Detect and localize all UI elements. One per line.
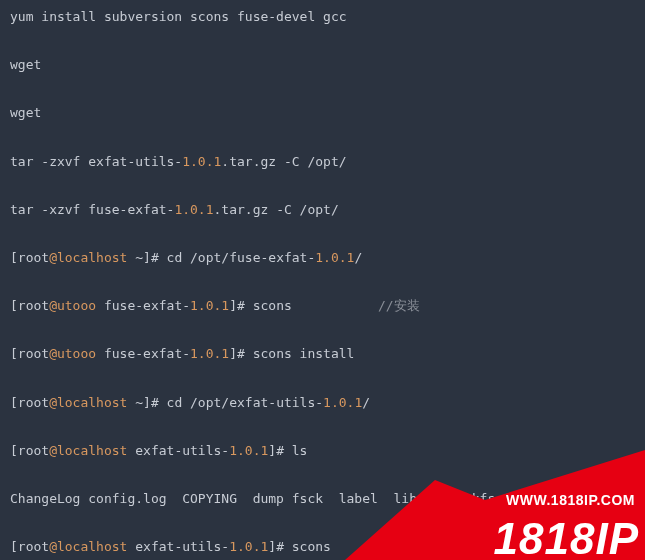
terminal-line: ChangeLog config.log COPYING dump fsck l…: [10, 490, 635, 508]
text-segment: ]# scons: [229, 298, 378, 313]
terminal-output: yum install subversion scons fuse-devel …: [0, 0, 645, 560]
text-segment: 1.0.1: [174, 202, 213, 217]
terminal-line: [root@utooo fuse-exfat-1.0.1]# scons ins…: [10, 345, 635, 363]
terminal-line: yum install subversion scons fuse-devel …: [10, 8, 635, 26]
text-segment: @localhost: [49, 539, 127, 554]
text-segment: [: [10, 298, 18, 313]
text-segment: /: [354, 250, 362, 265]
text-segment: //安装: [378, 298, 420, 313]
text-segment: @localhost: [49, 395, 127, 410]
text-segment: root: [18, 539, 49, 554]
text-segment: root: [18, 443, 49, 458]
text-segment: @utooo: [49, 298, 96, 313]
text-segment: 1.0.1: [315, 250, 354, 265]
text-segment: [: [10, 250, 18, 265]
text-segment: [: [10, 395, 18, 410]
text-segment: exfat-utils-: [127, 443, 229, 458]
text-segment: tar -zxvf exfat-utils-: [10, 154, 182, 169]
text-segment: 1.0.1: [323, 395, 362, 410]
terminal-line: tar -xzvf fuse-exfat-1.0.1.tar.gz -C /op…: [10, 201, 635, 219]
text-segment: ]# ls: [268, 443, 307, 458]
terminal-line: [root@localhost exfat-utils-1.0.1]# ls: [10, 442, 635, 460]
text-segment: [: [10, 539, 18, 554]
text-segment: @utooo: [49, 346, 96, 361]
terminal-line: tar -zxvf exfat-utils-1.0.1.tar.gz -C /o…: [10, 153, 635, 171]
text-segment: wget: [10, 105, 41, 120]
terminal-line: [root@utooo fuse-exfat-1.0.1]# scons //安…: [10, 297, 635, 315]
text-segment: fuse-exfat-: [96, 346, 190, 361]
text-segment: [: [10, 346, 18, 361]
text-segment: yum install subversion scons fuse-devel …: [10, 9, 347, 24]
text-segment: root: [18, 250, 49, 265]
text-segment: root: [18, 298, 49, 313]
text-segment: 1.0.1: [182, 154, 221, 169]
text-segment: .tar.gz -C /opt/: [214, 202, 339, 217]
text-segment: ~]# cd /opt/exfat-utils-: [127, 395, 323, 410]
text-segment: 1.0.1: [190, 346, 229, 361]
text-segment: tar -xzvf fuse-exfat-: [10, 202, 174, 217]
text-segment: 1.0.1: [190, 298, 229, 313]
text-segment: .tar.gz -C /opt/: [221, 154, 346, 169]
text-segment: ]# scons: [268, 539, 331, 554]
text-segment: root: [18, 395, 49, 410]
text-segment: @localhost: [49, 250, 127, 265]
text-segment: wget: [10, 57, 41, 72]
text-segment: @localhost: [49, 443, 127, 458]
terminal-line: wget: [10, 56, 635, 74]
text-segment: /: [362, 395, 370, 410]
text-segment: ~]# cd /opt/fuse-exfat-: [127, 250, 315, 265]
text-segment: fuse-exfat-: [96, 298, 190, 313]
text-segment: 1.0.1: [229, 539, 268, 554]
terminal-line: [root@localhost ~]# cd /opt/exfat-utils-…: [10, 394, 635, 412]
text-segment: 1.0.1: [229, 443, 268, 458]
text-segment: ChangeLog config.log COPYING dump fsck l…: [10, 491, 589, 506]
text-segment: [: [10, 443, 18, 458]
text-segment: exfat-utils-: [127, 539, 229, 554]
text-segment: ]# scons install: [229, 346, 354, 361]
text-segment: root: [18, 346, 49, 361]
terminal-line: [root@localhost ~]# cd /opt/fuse-exfat-1…: [10, 249, 635, 267]
terminal-line: wget: [10, 104, 635, 122]
terminal-line: [root@localhost exfat-utils-1.0.1]# scon…: [10, 538, 635, 556]
